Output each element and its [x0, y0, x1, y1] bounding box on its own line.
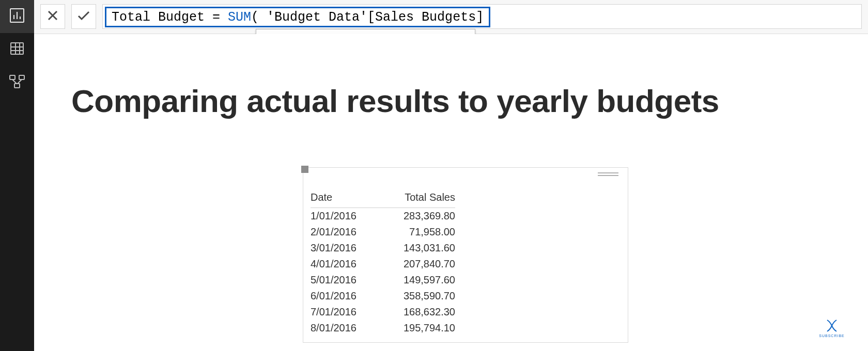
data-table: Date Total Sales 1/01/2016283,369.802/01… [311, 192, 455, 336]
svg-line-12 [12, 79, 17, 84]
report-canvas[interactable]: Comparing actual results to yearly budge… [34, 34, 868, 351]
svg-rect-9 [10, 75, 15, 79]
formula-commit-button[interactable] [71, 4, 96, 29]
table-row[interactable]: 5/01/2016149,597.60 [311, 272, 455, 288]
nav-data-view[interactable] [0, 33, 34, 66]
model-icon [9, 74, 25, 91]
formula-text: Total Budget = SUM( 'Budget Data'[Sales … [105, 7, 490, 27]
cell-date: 4/01/2016 [311, 258, 378, 270]
cell-date: 8/01/2016 [311, 322, 378, 334]
table-row[interactable]: 6/01/2016358,590.70 [311, 288, 455, 304]
table-header-row: Date Total Sales [311, 192, 455, 208]
cell-sales: 71,958.00 [378, 226, 455, 238]
table-row[interactable]: 1/01/2016283,369.80 [311, 208, 455, 224]
header-sales[interactable]: Total Sales [378, 192, 455, 203]
table-row[interactable]: 3/01/2016143,031.60 [311, 240, 455, 256]
cell-date: 5/01/2016 [311, 274, 378, 286]
formula-prefix: Total Budget = [112, 10, 228, 25]
nav-report-view[interactable] [0, 0, 34, 33]
left-nav [0, 0, 34, 351]
formula-suffix: ( 'Budget Data'[Sales Budgets] [251, 10, 484, 25]
svg-rect-10 [19, 75, 24, 79]
cell-sales: 283,369.80 [378, 210, 455, 222]
cell-sales: 168,632.30 [378, 306, 455, 318]
visual-resize-corner[interactable] [301, 166, 308, 173]
visual-drag-handle[interactable] [598, 171, 618, 178]
svg-rect-11 [14, 84, 20, 88]
cell-date: 1/01/2016 [311, 210, 378, 222]
cell-date: 2/01/2016 [311, 226, 378, 238]
cell-date: 6/01/2016 [311, 290, 378, 302]
header-date[interactable]: Date [311, 192, 378, 203]
cell-sales: 149,597.60 [378, 274, 455, 286]
svg-line-13 [18, 79, 22, 84]
cell-sales: 143,031.60 [378, 242, 455, 254]
nav-model-view[interactable] [0, 66, 34, 99]
table-row[interactable]: 7/01/2016168,632.30 [311, 304, 455, 320]
subscribe-label: SUBSCRIBE [817, 334, 846, 338]
table-icon [9, 41, 25, 58]
table-row[interactable]: 2/01/201671,958.00 [311, 224, 455, 240]
table-row[interactable]: 4/01/2016207,840.70 [311, 256, 455, 272]
close-icon [47, 10, 58, 23]
svg-rect-4 [11, 43, 23, 54]
cell-sales: 358,590.70 [378, 290, 455, 302]
formula-input[interactable]: Total Budget = SUM( 'Budget Data'[Sales … [102, 4, 862, 29]
cell-date: 3/01/2016 [311, 242, 378, 254]
formula-cancel-button[interactable] [40, 4, 65, 29]
table-visual[interactable]: Date Total Sales 1/01/2016283,369.802/01… [303, 167, 628, 343]
page-title: Comparing actual results to yearly budge… [71, 83, 719, 119]
dna-icon [824, 330, 840, 334]
formula-keyword: SUM [228, 10, 251, 25]
table-row[interactable]: 8/01/2016195,794.10 [311, 320, 455, 336]
check-icon [77, 10, 90, 23]
cell-sales: 207,840.70 [378, 258, 455, 270]
cell-date: 7/01/2016 [311, 306, 378, 318]
cell-sales: 195,794.10 [378, 322, 455, 334]
bar-chart-icon [9, 8, 25, 25]
subscribe-watermark: SUBSCRIBE [817, 318, 846, 338]
